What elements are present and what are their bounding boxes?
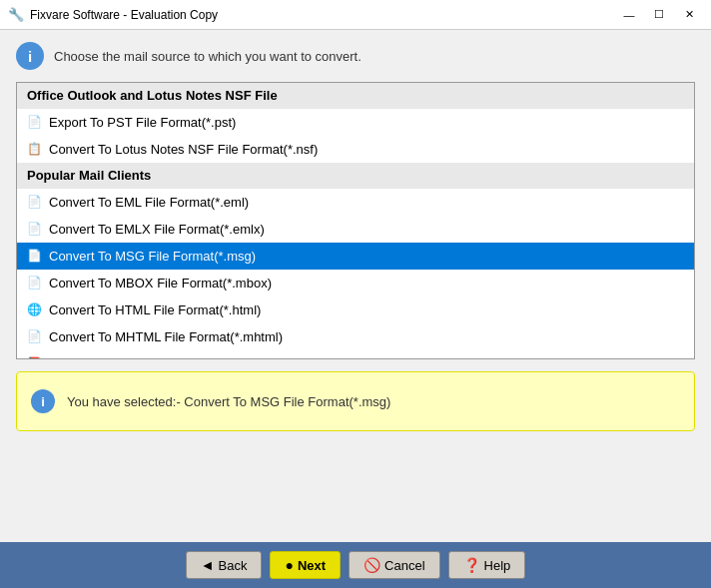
list-item[interactable]: 📄Convert To MHTML File Format(*.mhtml): [17, 323, 694, 350]
header-icon: i: [16, 42, 44, 70]
next-icon: ●: [285, 557, 293, 573]
item-label: Popular Mail Clients: [27, 168, 151, 183]
next-button[interactable]: ● Next: [270, 551, 341, 579]
item-icon: 📕: [25, 354, 43, 359]
group-header: Popular Mail Clients: [17, 163, 694, 189]
item-label: Export To PST File Format(*.pst): [49, 115, 236, 130]
restore-button[interactable]: ☐: [645, 5, 673, 25]
list-item[interactable]: 📋Convert To Lotus Notes NSF File Format(…: [17, 136, 694, 163]
item-label: Office Outlook and Lotus Notes NSF File: [27, 88, 278, 103]
item-icon: 📄: [25, 327, 43, 345]
window-controls: — ☐ ✕: [615, 5, 703, 25]
window-title: Fixvare Software - Evaluation Copy: [30, 8, 615, 22]
item-icon: 🌐: [25, 300, 43, 318]
help-label: Help: [484, 558, 511, 573]
item-label: Convert To PDF File Format(*.pdf): [49, 356, 246, 360]
group-header: Office Outlook and Lotus Notes NSF File: [17, 83, 694, 109]
item-icon: 📋: [25, 140, 43, 158]
app-icon: 🔧: [8, 7, 24, 23]
item-label: Convert To EMLX File Format(*.emlx): [49, 222, 265, 237]
item-icon: 📄: [25, 193, 43, 211]
cancel-button[interactable]: 🚫 Cancel: [349, 551, 439, 579]
info-box-text: You have selected:- Convert To MSG File …: [67, 394, 390, 409]
minimize-button[interactable]: —: [615, 5, 643, 25]
item-label: Convert To MBOX File Format(*.mbox): [49, 276, 272, 291]
list-item[interactable]: 📕Convert To PDF File Format(*.pdf): [17, 350, 694, 359]
close-button[interactable]: ✕: [675, 5, 703, 25]
info-box: i You have selected:- Convert To MSG Fil…: [16, 371, 695, 431]
main-content: i Choose the mail source to which you wa…: [0, 30, 711, 431]
cancel-label: Cancel: [384, 558, 424, 573]
titlebar: 🔧 Fixvare Software - Evaluation Copy — ☐…: [0, 0, 711, 30]
item-label: Convert To MHTML File Format(*.mhtml): [49, 329, 283, 344]
list-item[interactable]: 📄Convert To EML File Format(*.eml): [17, 189, 694, 216]
item-label: Convert To Lotus Notes NSF File Format(*…: [49, 142, 318, 157]
list-item[interactable]: 📄Export To PST File Format(*.pst): [17, 109, 694, 136]
back-icon: ◄: [201, 557, 215, 573]
item-label: Convert To EML File Format(*.eml): [49, 195, 249, 210]
list-item[interactable]: 📄Convert To MSG File Format(*.msg): [17, 243, 694, 270]
list-item[interactable]: 📄Convert To MBOX File Format(*.mbox): [17, 270, 694, 296]
item-icon: 📄: [25, 274, 43, 292]
back-button[interactable]: ◄ Back: [186, 551, 263, 579]
item-label: Convert To HTML File Format(*.html): [49, 302, 261, 317]
help-icon: ❓: [463, 557, 480, 573]
info-box-icon: i: [31, 389, 55, 413]
item-label: Convert To MSG File Format(*.msg): [49, 249, 256, 264]
back-label: Back: [219, 558, 248, 573]
item-icon: 📄: [25, 220, 43, 238]
item-icon: 📄: [25, 113, 43, 131]
bottom-strip: ◄ Back ● Next 🚫 Cancel ❓ Help: [0, 542, 711, 588]
cancel-icon: 🚫: [363, 557, 380, 573]
header-text: Choose the mail source to which you want…: [54, 49, 361, 64]
format-list[interactable]: Office Outlook and Lotus Notes NSF File📄…: [16, 82, 695, 359]
next-label: Next: [298, 558, 326, 573]
help-button[interactable]: ❓ Help: [448, 551, 526, 579]
list-item[interactable]: 🌐Convert To HTML File Format(*.html): [17, 296, 694, 323]
item-icon: 📄: [25, 247, 43, 265]
list-item[interactable]: 📄Convert To EMLX File Format(*.emlx): [17, 216, 694, 243]
header-row: i Choose the mail source to which you wa…: [16, 42, 695, 70]
